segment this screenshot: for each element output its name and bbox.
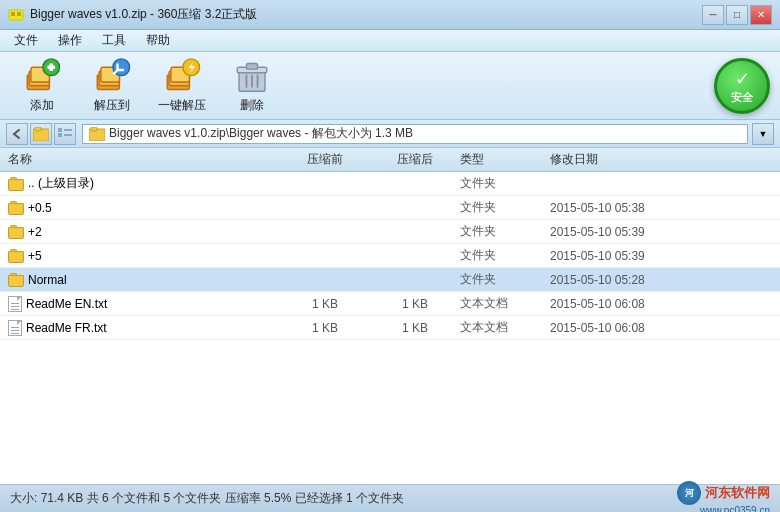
watermark-url: www.pc0359.cn <box>700 505 770 512</box>
list-item[interactable]: .. (上级目录) 文件夹 <box>0 172 780 196</box>
header-comp-before: 压缩前 <box>280 151 370 168</box>
file-type: 文本文档 <box>460 295 550 312</box>
file-name: .. (上级目录) <box>0 175 280 192</box>
toolbar: 添加 解压到 一键解压 <box>0 52 780 120</box>
svg-rect-1 <box>11 12 15 16</box>
list-item[interactable]: ReadMe FR.txt 1 KB 1 KB 文本文档 2015-05-10 … <box>0 316 780 340</box>
file-date: 2015-05-10 05:39 <box>550 225 710 239</box>
maximize-button[interactable]: □ <box>726 5 748 25</box>
file-date: 2015-05-10 06:08 <box>550 321 710 335</box>
status-bar: 大小: 71.4 KB 共 6 个文件和 5 个文件夹 压缩率 5.5% 已经选… <box>0 484 780 512</box>
list-item[interactable]: +5 文件夹 2015-05-10 05:39 <box>0 244 780 268</box>
svg-rect-27 <box>64 129 72 131</box>
add-button[interactable]: 添加 <box>10 57 74 115</box>
folder-icon <box>8 225 24 239</box>
one-click-extract-button[interactable]: 一键解压 <box>150 57 214 115</box>
file-date: 2015-05-10 05:39 <box>550 249 710 263</box>
folder-icon <box>8 273 24 287</box>
folder-view-icon <box>33 127 49 141</box>
list-item[interactable]: Normal 文件夹 2015-05-10 05:28 <box>0 268 780 292</box>
list-item[interactable]: ReadMe EN.txt 1 KB 1 KB 文本文档 2015-05-10 … <box>0 292 780 316</box>
file-type: 文件夹 <box>460 223 550 240</box>
svg-rect-8 <box>48 65 55 69</box>
shield-icon: ✓ <box>735 68 750 90</box>
svg-rect-2 <box>17 12 21 16</box>
one-click-extract-icon <box>162 58 202 95</box>
header-type: 类型 <box>460 151 550 168</box>
delete-button[interactable]: 删除 <box>220 57 284 115</box>
file-date: 2015-05-10 05:28 <box>550 273 710 287</box>
add-label: 添加 <box>30 97 54 114</box>
file-date: 2015-05-10 06:08 <box>550 297 710 311</box>
header-comp-after: 压缩后 <box>370 151 460 168</box>
file-type: 文件夹 <box>460 175 550 192</box>
security-badge: ✓ 安全 <box>714 58 770 114</box>
menu-bar: 文件 操作 工具 帮助 <box>0 30 780 52</box>
app-icon <box>8 7 24 23</box>
file-name: +5 <box>0 249 280 263</box>
file-name: ReadMe FR.txt <box>0 320 280 336</box>
list-item[interactable]: +2 文件夹 2015-05-10 05:39 <box>0 220 780 244</box>
list-item[interactable]: +0.5 文件夹 2015-05-10 05:38 <box>0 196 780 220</box>
address-path: Bigger waves v1.0.zip\Bigger waves - 解包大… <box>82 124 748 144</box>
folder-icon <box>8 249 24 263</box>
list-view-icon <box>58 128 72 140</box>
header-date: 修改日期 <box>550 151 710 168</box>
file-date: 2015-05-10 05:38 <box>550 201 710 215</box>
header-name: 名称 <box>0 151 280 168</box>
extract-to-label: 解压到 <box>94 97 130 114</box>
file-area: 名称 压缩前 压缩后 类型 修改日期 .. (上级目录) 文件夹 +0.5 文件 <box>0 148 780 484</box>
file-name: Normal <box>0 273 280 287</box>
back-button[interactable] <box>6 123 28 145</box>
folder-view-button[interactable] <box>30 123 52 145</box>
file-name: +2 <box>0 225 280 239</box>
extract-to-button[interactable]: 解压到 <box>80 57 144 115</box>
folder-icon <box>8 177 24 191</box>
address-dropdown[interactable]: ▼ <box>752 123 774 145</box>
svg-rect-26 <box>58 133 62 137</box>
comp-before: 1 KB <box>280 297 370 311</box>
watermark-logo: 河 河东软件网 <box>677 481 770 505</box>
file-name: ReadMe EN.txt <box>0 296 280 312</box>
comp-after: 1 KB <box>370 297 460 311</box>
watermark-circle-icon: 河 <box>677 481 701 505</box>
security-label: 安全 <box>731 90 753 105</box>
path-folder-icon <box>89 127 105 141</box>
comp-after: 1 KB <box>370 321 460 335</box>
minimize-button[interactable]: ─ <box>702 5 724 25</box>
menu-help[interactable]: 帮助 <box>136 30 180 51</box>
one-click-label: 一键解压 <box>158 97 206 114</box>
svg-rect-30 <box>91 127 97 131</box>
menu-tools[interactable]: 工具 <box>92 30 136 51</box>
svg-rect-19 <box>246 63 257 69</box>
comp-before: 1 KB <box>280 321 370 335</box>
close-button[interactable]: ✕ <box>750 5 772 25</box>
svg-rect-24 <box>35 127 41 131</box>
svg-rect-25 <box>58 128 62 132</box>
file-type: 文件夹 <box>460 199 550 216</box>
window-controls: ─ □ ✕ <box>702 5 772 25</box>
folder-icon <box>8 201 24 215</box>
txt-file-icon <box>8 320 22 336</box>
file-type: 文本文档 <box>460 319 550 336</box>
address-path-text: Bigger waves v1.0.zip\Bigger waves - 解包大… <box>109 125 413 142</box>
back-icon <box>11 128 23 140</box>
txt-file-icon <box>8 296 22 312</box>
watermark: 河 河东软件网 www.pc0359.cn <box>677 481 770 512</box>
extract-to-icon <box>92 58 132 95</box>
watermark-name: 河东软件网 <box>705 484 770 502</box>
list-view-button[interactable] <box>54 123 76 145</box>
menu-operations[interactable]: 操作 <box>48 30 92 51</box>
file-rows: .. (上级目录) 文件夹 +0.5 文件夹 2015-05-10 05:38 … <box>0 172 780 340</box>
menu-file[interactable]: 文件 <box>4 30 48 51</box>
file-type: 文件夹 <box>460 247 550 264</box>
file-type: 文件夹 <box>460 271 550 288</box>
add-icon <box>22 58 62 95</box>
delete-label: 删除 <box>240 97 264 114</box>
address-bar: Bigger waves v1.0.zip\Bigger waves - 解包大… <box>0 120 780 148</box>
window-title: Bigger waves v1.0.zip - 360压缩 3.2正式版 <box>30 6 702 23</box>
file-list-header: 名称 压缩前 压缩后 类型 修改日期 <box>0 148 780 172</box>
status-text: 大小: 71.4 KB 共 6 个文件和 5 个文件夹 压缩率 5.5% 已经选… <box>10 490 677 507</box>
delete-icon <box>232 58 272 95</box>
file-name: +0.5 <box>0 201 280 215</box>
